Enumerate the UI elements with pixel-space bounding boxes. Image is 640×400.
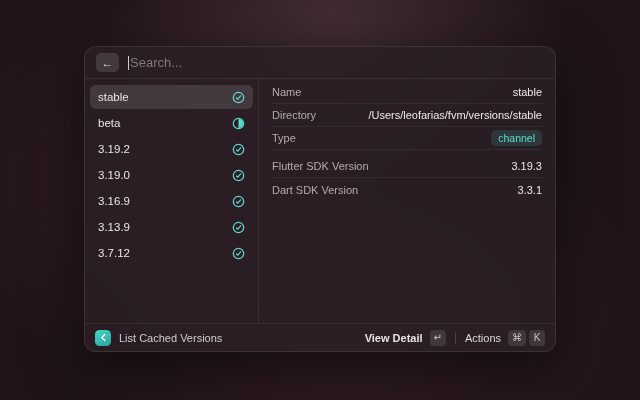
version-list-item[interactable]: 3.19.2 bbox=[90, 137, 253, 161]
search-placeholder: Search... bbox=[130, 55, 182, 70]
detail-label: Flutter SDK Version bbox=[272, 160, 369, 172]
version-label: beta bbox=[98, 117, 120, 129]
main-content: stable beta 3.19.2 3.19.0 3.16.9 3.13.9 … bbox=[85, 79, 555, 323]
version-list-item[interactable]: beta bbox=[90, 111, 253, 135]
check-circle-icon bbox=[232, 143, 245, 156]
footer-actions: View Detail ↵ Actions ⌘K bbox=[365, 330, 545, 346]
check-circle-icon bbox=[232, 91, 245, 104]
detail-row: Typechannel bbox=[272, 127, 542, 150]
version-label: 3.16.9 bbox=[98, 195, 130, 207]
detail-value: /Users/leofarias/fvm/versions/stable bbox=[368, 109, 542, 121]
fvm-app-icon bbox=[95, 330, 111, 346]
detail-row: Flutter SDK Version3.19.3 bbox=[272, 155, 542, 178]
detail-value: 3.19.3 bbox=[511, 160, 542, 172]
command-key-icon: ⌘ bbox=[508, 330, 526, 346]
actions-button[interactable]: Actions bbox=[465, 332, 501, 344]
detail-value: stable bbox=[513, 86, 542, 98]
detail-row: Namestable bbox=[272, 81, 542, 104]
detail-label: Directory bbox=[272, 109, 316, 121]
command-title: List Cached Versions bbox=[119, 332, 222, 344]
chevron-left-icon bbox=[98, 332, 109, 343]
check-circle-icon bbox=[232, 247, 245, 260]
check-circle-icon bbox=[232, 221, 245, 234]
detail-panel: NamestableDirectory/Users/leofarias/fvm/… bbox=[259, 79, 555, 323]
check-circle-icon bbox=[232, 169, 245, 182]
detail-row: Dart SDK Version3.3.1 bbox=[272, 178, 542, 201]
check-circle-icon bbox=[232, 195, 245, 208]
version-list-item[interactable]: 3.13.9 bbox=[90, 215, 253, 239]
actions-shortcut: ⌘K bbox=[508, 330, 545, 346]
arrow-left-icon: ← bbox=[102, 57, 114, 69]
type-badge: channel bbox=[491, 130, 542, 146]
detail-row: Directory/Users/leofarias/fvm/versions/s… bbox=[272, 104, 542, 127]
version-label: 3.13.9 bbox=[98, 221, 130, 233]
version-list-item[interactable]: 3.19.0 bbox=[90, 163, 253, 187]
version-label: stable bbox=[98, 91, 129, 103]
version-label: 3.7.12 bbox=[98, 247, 130, 259]
version-label: 3.19.2 bbox=[98, 143, 130, 155]
version-list-item[interactable]: 3.16.9 bbox=[90, 189, 253, 213]
text-caret bbox=[128, 56, 129, 70]
search-bar: ← Search... bbox=[85, 47, 555, 79]
version-label: 3.19.0 bbox=[98, 169, 130, 181]
back-button[interactable]: ← bbox=[96, 53, 119, 72]
version-list-item[interactable]: 3.7.12 bbox=[90, 241, 253, 265]
version-list-item[interactable]: stable bbox=[90, 85, 253, 109]
launcher-window: ← Search... stable beta 3.19.2 3.19.0 3.… bbox=[84, 46, 556, 352]
key-k: K bbox=[529, 330, 545, 346]
search-input[interactable]: Search... bbox=[128, 55, 544, 70]
detail-label: Name bbox=[272, 86, 301, 98]
view-detail-button[interactable]: View Detail bbox=[365, 332, 423, 344]
detail-value: 3.3.1 bbox=[518, 184, 542, 196]
footer-bar: List Cached Versions View Detail ↵ Actio… bbox=[85, 323, 555, 351]
version-list: stable beta 3.19.2 3.19.0 3.16.9 3.13.9 … bbox=[85, 79, 259, 323]
detail-label: Dart SDK Version bbox=[272, 184, 358, 196]
footer-divider bbox=[455, 332, 456, 344]
half-circle-icon bbox=[232, 117, 245, 130]
detail-label: Type bbox=[272, 132, 296, 144]
enter-key-icon: ↵ bbox=[430, 330, 446, 346]
